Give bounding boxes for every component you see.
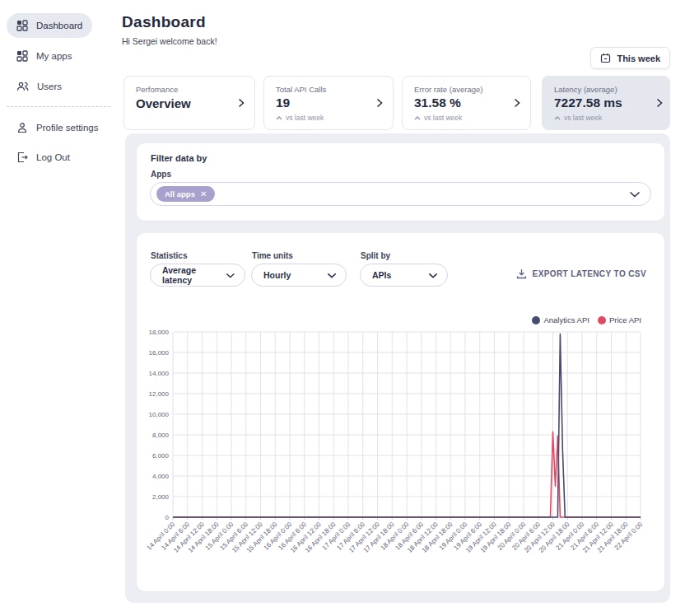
apps-multiselect[interactable]: All apps ✕ xyxy=(150,182,651,206)
caret-up-icon xyxy=(554,116,561,120)
sidebar-item-label: My apps xyxy=(36,51,72,61)
caret-up-icon xyxy=(414,116,421,120)
legend-dot-analytics xyxy=(532,316,540,324)
svg-text:6,000: 6,000 xyxy=(152,452,170,460)
this-week-label: This week xyxy=(617,54,660,63)
filter-title: Filter data by xyxy=(151,153,207,163)
card-value: 31.58 % xyxy=(414,96,519,110)
card-label: Total API Calls xyxy=(276,85,381,94)
sidebar-item-my-apps[interactable]: My apps xyxy=(7,44,82,68)
legend-label: Analytics API xyxy=(543,315,589,324)
apps-label: Apps xyxy=(151,170,171,179)
legend-dot-price xyxy=(598,316,606,324)
svg-text:12,000: 12,000 xyxy=(149,390,170,398)
card-value: 19 xyxy=(276,96,381,110)
sidebar-item-label: Profile settings xyxy=(36,123,98,133)
latency-chart: 02,0004,0006,0008,00010,00012,00014,0001… xyxy=(147,325,653,582)
card-total-api-calls[interactable]: Total API Calls 19 vs last week xyxy=(263,76,394,130)
card-label: Error rate (average) xyxy=(414,85,519,94)
chevron-right-icon xyxy=(514,98,520,108)
svg-text:10,000: 10,000 xyxy=(149,411,170,418)
card-label: Latency (average) xyxy=(554,85,658,94)
card-value: Overview xyxy=(136,96,243,110)
export-csv-label: EXPORT LATENCY TO CSV xyxy=(533,269,646,278)
card-footnote: vs last week xyxy=(564,114,602,122)
caret-up-icon xyxy=(276,116,282,120)
chip-remove-icon[interactable]: ✕ xyxy=(200,190,207,198)
chevron-down-icon xyxy=(327,273,337,278)
statistics-value: Average latency xyxy=(162,265,226,285)
split-by-value: APIs xyxy=(372,270,391,280)
split-by-label: Split by xyxy=(361,251,390,260)
time-units-label: Time units xyxy=(252,251,293,260)
sidebar-item-label: Log Out xyxy=(36,152,70,162)
time-units-dropdown[interactable]: Hourly xyxy=(251,264,347,287)
app-filter-chip[interactable]: All apps ✕ xyxy=(156,186,215,202)
logout-icon xyxy=(16,152,28,163)
card-footnote: vs last week xyxy=(424,114,462,122)
this-week-button[interactable]: This week xyxy=(590,47,670,69)
page-subtitle: Hi Sergei welcome back! xyxy=(122,36,217,46)
card-value: 7227.58 ms xyxy=(554,96,658,110)
svg-text:14,000: 14,000 xyxy=(149,370,170,377)
sidebar-divider xyxy=(7,106,110,107)
svg-text:0: 0 xyxy=(165,514,170,521)
page-title: Dashboard xyxy=(122,13,206,31)
svg-text:2,000: 2,000 xyxy=(152,493,170,501)
chip-label: All apps xyxy=(165,189,195,198)
svg-text:18,000: 18,000 xyxy=(149,329,170,336)
split-by-dropdown[interactable]: APIs xyxy=(360,264,448,287)
sidebar-item-dashboard[interactable]: Dashboard xyxy=(7,13,92,38)
chart-card: Statistics Average latency Time units Ho… xyxy=(137,233,664,591)
calendar-icon xyxy=(600,53,611,63)
grid-icon xyxy=(16,50,28,62)
line-chart-svg: 02,0004,0006,0008,00010,00012,00014,0001… xyxy=(147,325,653,579)
card-error-rate[interactable]: Error rate (average) 31.58 % vs last wee… xyxy=(402,76,531,130)
legend-label: Price API xyxy=(609,315,641,324)
sidebar-item-profile-settings[interactable]: Profile settings xyxy=(7,115,108,140)
sidebar: Dashboard My apps Users Profile settings xyxy=(0,0,123,616)
sidebar-item-log-out[interactable]: Log Out xyxy=(7,145,80,170)
card-footnote: vs last week xyxy=(286,114,324,122)
chevron-down-icon xyxy=(226,273,235,278)
chart-legend: Analytics API Price API xyxy=(532,315,641,324)
export-csv-button[interactable]: EXPORT LATENCY TO CSV xyxy=(516,268,646,279)
chevron-right-icon xyxy=(656,98,663,108)
filter-card: Filter data by Apps All apps ✕ xyxy=(137,143,664,221)
users-icon xyxy=(16,81,29,92)
chevron-down-icon xyxy=(629,191,641,198)
time-units-value: Hourly xyxy=(263,270,291,280)
download-icon xyxy=(516,268,527,279)
card-label: Perfomance xyxy=(136,85,243,94)
sidebar-item-label: Users xyxy=(37,82,62,91)
grid-icon xyxy=(16,20,28,31)
card-performance-overview[interactable]: Perfomance Overview xyxy=(123,76,255,130)
sidebar-item-users[interactable]: Users xyxy=(7,74,72,99)
person-icon xyxy=(16,122,28,133)
chevron-right-icon xyxy=(238,98,245,108)
statistics-label: Statistics xyxy=(151,251,187,260)
legend-item-analytics: Analytics API xyxy=(532,315,589,324)
chevron-right-icon xyxy=(376,98,383,108)
card-latency[interactable]: Latency (average) 7227.58 ms vs last wee… xyxy=(542,76,670,130)
legend-item-price: Price API xyxy=(598,315,641,324)
svg-text:8,000: 8,000 xyxy=(152,432,170,439)
statistics-dropdown[interactable]: Average latency xyxy=(150,264,245,287)
chevron-down-icon xyxy=(428,273,438,278)
svg-text:4,000: 4,000 xyxy=(152,473,170,480)
svg-text:16,000: 16,000 xyxy=(149,349,170,357)
sidebar-item-label: Dashboard xyxy=(36,21,82,30)
